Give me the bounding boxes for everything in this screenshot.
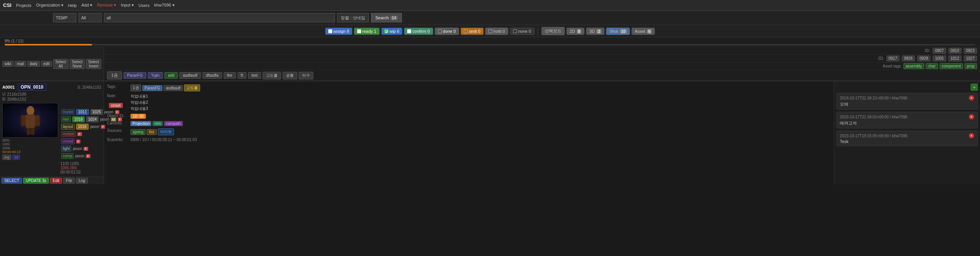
2d-num-0928[interactable]: 0928 bbox=[917, 56, 930, 61]
separator bbox=[538, 28, 538, 35]
daily-btn[interactable]: daily bbox=[27, 61, 40, 67]
nav-help[interactable]: Help bbox=[68, 3, 77, 8]
comment-1-delete[interactable]: ✕ bbox=[969, 95, 974, 101]
select-btn[interactable]: SELECT bbox=[2, 178, 22, 184]
progress-row: 9% (1 / 11) bbox=[0, 37, 980, 47]
3d-num-0907[interactable]: 0907 bbox=[933, 48, 946, 54]
filter-field1[interactable] bbox=[53, 13, 76, 22]
search-button[interactable]: Search 14 bbox=[371, 13, 402, 22]
status-none[interactable]: none 0 bbox=[510, 28, 534, 35]
nav-users[interactable]: Users bbox=[139, 3, 150, 8]
shot-thumbnail bbox=[2, 103, 58, 138]
nav-remove[interactable]: Remove ▾ bbox=[97, 3, 116, 8]
comment-3-delete[interactable]: ✕ bbox=[969, 133, 974, 138]
objectid-label: Object ID: bbox=[107, 114, 128, 118]
file-btn[interactable]: File bbox=[63, 178, 75, 184]
sources-row: Sources: spring fire 아이유 bbox=[107, 128, 831, 135]
task-num-1011[interactable]: 1011 bbox=[76, 109, 89, 115]
task-assignee-layout: jason bbox=[90, 125, 99, 129]
status-assign[interactable]: ✓ assign 8 bbox=[325, 28, 352, 35]
asset-tag-prop[interactable]: prop bbox=[965, 63, 977, 69]
objectid-row: Object ID: 10~30 bbox=[107, 114, 831, 119]
mode-2d[interactable]: 2D 8 bbox=[567, 28, 585, 35]
mode-asset[interactable]: Asset 6 bbox=[632, 28, 655, 35]
nav-btn-1[interactable]: 1권 bbox=[107, 71, 122, 79]
select-none-btn[interactable]: Select None bbox=[70, 59, 85, 69]
sort-label: 정렬 : 샷네임 bbox=[337, 13, 369, 22]
task-type-model: model bbox=[61, 109, 75, 115]
tags-label: Tags: bbox=[107, 84, 128, 89]
select-all-btn[interactable]: Select All bbox=[53, 59, 69, 69]
task-num-1018[interactable]: 1018 bbox=[72, 116, 85, 122]
nav-btn-fire[interactable]: fire bbox=[224, 72, 236, 79]
comment-2-delete[interactable]: ✕ bbox=[969, 114, 974, 120]
nav-btn-dragon[interactable]: 공룡 bbox=[283, 72, 297, 79]
update-btn[interactable]: UPDATE 3s bbox=[23, 178, 49, 184]
edit-mini-btn[interactable]: edit bbox=[41, 61, 52, 67]
mode-select[interactable]: 선택모드 bbox=[542, 27, 565, 35]
task-num-1016[interactable]: 1016 bbox=[76, 124, 89, 130]
caminfo-campath: campath bbox=[164, 121, 182, 126]
nav-user[interactable]: khw7096 ▾ bbox=[154, 3, 174, 8]
2d-num-1012[interactable]: 1012 bbox=[948, 56, 962, 61]
tag-paranfg[interactable]: ParanFG bbox=[142, 85, 163, 91]
asset-tag-assembly[interactable]: assembly bbox=[903, 63, 924, 69]
left-panel: A0001 OPN_0010 S: 2048x1152 U: 2116x1186… bbox=[0, 81, 104, 184]
nav-btn-dfasdfa[interactable]: dfasdfa bbox=[202, 72, 222, 79]
tag-asdfasdf[interactable]: asdfasdf bbox=[164, 85, 183, 91]
task-type-mm: mm bbox=[61, 116, 71, 122]
task-num-1024[interactable]: 1024 bbox=[86, 116, 99, 122]
shot-frame1: (5/5) bbox=[2, 138, 58, 142]
select-invert-btn[interactable]: Select Invert bbox=[86, 59, 101, 69]
nav-btn-magu[interactable]: 마구 bbox=[299, 72, 313, 79]
nav-btn-ft[interactable]: ft bbox=[237, 72, 247, 79]
wip-checkbox: ✓ bbox=[385, 29, 388, 33]
nav-btn-test[interactable]: test bbox=[248, 72, 261, 79]
status-hold[interactable]: hold 0 bbox=[485, 28, 508, 35]
topnav: CSI Projects Organization ▾ Help Add ▾ R… bbox=[0, 0, 980, 11]
mode-3d[interactable]: 3D 2 bbox=[586, 28, 604, 35]
none-checkbox bbox=[513, 29, 517, 33]
content-area: A0001 OPN_0010 S: 2048x1152 U: 2116x1186… bbox=[0, 81, 980, 184]
status-ready[interactable]: ✓ ready 1 bbox=[354, 28, 380, 35]
comment-1-timestamp: 2019-10-17T21:34:22+09:00 / khw7096 bbox=[840, 96, 907, 100]
comment-1-header: 2019-10-17T21:34:22+09:00 / khw7096 ✕ bbox=[840, 95, 974, 101]
nav-btn-add[interactable]: add bbox=[164, 72, 178, 79]
2d-num-0917[interactable]: 0917 bbox=[886, 56, 900, 61]
nav-btn-asdfasdf[interactable]: asdfasdf bbox=[179, 72, 201, 79]
scaninfo-value: 0906 / 10 f / 00:00:00:11 ~ 00:00:01:03 bbox=[130, 138, 197, 142]
tag-1[interactable]: 1권 bbox=[130, 84, 141, 91]
3d-num-0923[interactable]: 0923 bbox=[964, 48, 977, 54]
filter-field2[interactable] bbox=[79, 13, 102, 22]
status-omit[interactable]: omit 0 bbox=[461, 28, 483, 35]
status-confirm[interactable]: ✓ confirm 0 bbox=[404, 28, 433, 35]
nav-projects[interactable]: Projects bbox=[16, 3, 32, 8]
nav-btn-kodo[interactable]: 고도를 bbox=[263, 72, 281, 79]
mode-shot[interactable]: Shot 10 bbox=[606, 28, 630, 35]
note-row: Note: 작업내용1 작업내용2 작업내용3 bbox=[107, 94, 831, 111]
log-btn[interactable]: Log bbox=[76, 178, 88, 184]
wiki-btn[interactable]: wiki bbox=[2, 61, 13, 67]
nav-organization[interactable]: Organization ▾ bbox=[36, 3, 63, 8]
edit-btn[interactable]: Edit bbox=[50, 178, 62, 184]
nav-add[interactable]: Add ▾ bbox=[81, 3, 92, 8]
status-wip[interactable]: ✓ wip 6 bbox=[381, 28, 403, 35]
3d-num-0910[interactable]: 0910 bbox=[948, 48, 962, 54]
nav-input[interactable]: Input ▾ bbox=[121, 3, 134, 8]
shot-frame4: 00:00:00:13 bbox=[2, 150, 58, 154]
statusbar: ✓ assign 8 ✓ ready 1 ✓ wip 6 ✓ confirm 0 bbox=[0, 25, 980, 37]
mail-btn[interactable]: mail bbox=[15, 61, 26, 67]
asset-tag-char[interactable]: char bbox=[926, 63, 938, 69]
shot-frame2: 1001 bbox=[2, 142, 58, 146]
nav-btn-yujin[interactable]: Yujin bbox=[148, 72, 163, 79]
add-comment-btn[interactable]: + bbox=[971, 84, 978, 91]
status-done[interactable]: done 0 bbox=[435, 28, 459, 35]
tag-kodo[interactable]: 고도를 bbox=[184, 84, 200, 91]
2d-num-0926[interactable]: 0926 bbox=[902, 56, 915, 61]
nav-btn-paranfg[interactable]: ParanFG bbox=[124, 72, 146, 79]
2d-num-1027[interactable]: 1027 bbox=[964, 56, 977, 61]
task-num-1025[interactable]: 1025 bbox=[90, 109, 103, 115]
filter-field3[interactable] bbox=[104, 13, 335, 22]
2d-num-1005[interactable]: 1005 bbox=[933, 56, 946, 61]
asset-tag-component[interactable]: component bbox=[940, 63, 963, 69]
